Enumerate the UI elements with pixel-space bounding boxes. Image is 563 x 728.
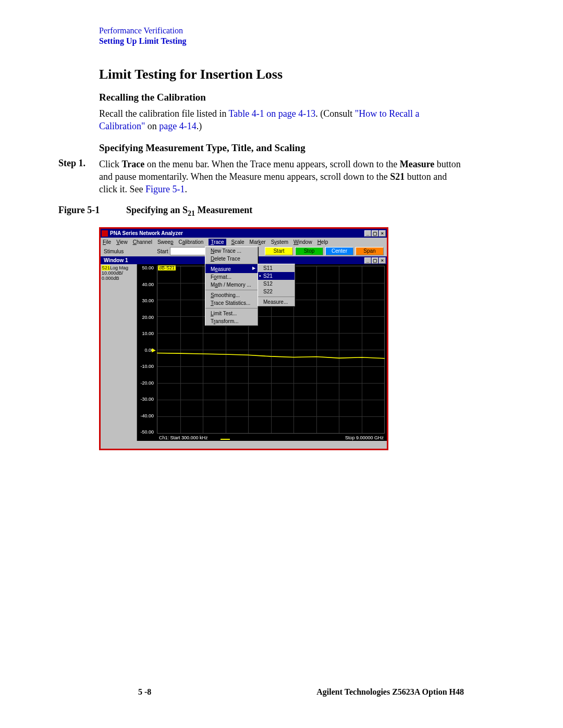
header-section: Setting Up Limit Testing bbox=[99, 36, 464, 46]
menu-item-measure[interactable]: Measure▶ S11 S21 S12 S22 Measure... bbox=[205, 264, 258, 273]
step-label: Step 1. bbox=[58, 158, 99, 196]
start-freq-label: Ch1: Start 300.000 kHz bbox=[159, 435, 208, 440]
menu-item-format[interactable]: Format... bbox=[205, 273, 258, 281]
step-text: Click Trace on the menu bar. When the Tr… bbox=[99, 158, 464, 196]
figure-number: Figure 5-1 bbox=[58, 205, 126, 218]
header-chapter: Performance Verification bbox=[99, 26, 464, 35]
maximize-icon[interactable]: ▢ bbox=[372, 230, 378, 237]
application-window: PNA Series Network Analyzer _ ▢ × File V… bbox=[99, 227, 388, 450]
paragraph-recalling: Recall the calibration file listed in Ta… bbox=[99, 107, 464, 133]
ref-marker-icon: ▶ bbox=[152, 347, 156, 353]
text-span: . bbox=[185, 184, 187, 194]
page-number: 5 -8 bbox=[138, 687, 151, 697]
menu-item-smoothing[interactable]: Smoothing... bbox=[205, 290, 258, 299]
menu-item-limit-test[interactable]: Limit Test... bbox=[205, 308, 258, 317]
inner-maximize-icon[interactable]: ▢ bbox=[372, 257, 378, 264]
submenu-s21[interactable]: S21 bbox=[258, 272, 295, 280]
subheading-recalling: Recalling the Calibration bbox=[99, 92, 464, 103]
chart-footer: Ch1: Start 300.000 kHz Stop 9.00000 GHz bbox=[159, 435, 384, 440]
menubar: File View Channel Sweep Calibration Trac… bbox=[101, 238, 387, 246]
trace-format: Log Mag bbox=[110, 265, 128, 270]
text-span: Specifying an S bbox=[126, 205, 188, 215]
menu-calibration[interactable]: Calibration bbox=[178, 239, 203, 245]
submenu-s22[interactable]: S22 bbox=[258, 288, 295, 295]
menu-channel[interactable]: Channel bbox=[133, 239, 152, 245]
plot-area: S21Log Mag 10.000dB/ 0.000dB dB-S21 50.0… bbox=[101, 264, 387, 441]
trace-param: S21 bbox=[102, 265, 110, 270]
menu-item-new-trace[interactable]: New Trace ... bbox=[205, 247, 258, 255]
trace-info-sidebar: S21Log Mag 10.000dB/ 0.000dB bbox=[101, 264, 137, 441]
submenu-measure-more[interactable]: Measure... bbox=[258, 297, 295, 306]
step-1: Step 1. Click Trace on the menu bar. Whe… bbox=[99, 158, 464, 196]
submenu-s12[interactable]: S12 bbox=[258, 280, 295, 288]
stop-freq-label: Stop 9.00000 GHz bbox=[345, 435, 384, 440]
center-button[interactable]: Center bbox=[325, 247, 353, 255]
menu-sweep[interactable]: Sweep bbox=[157, 239, 174, 245]
stop-button[interactable]: Stop bbox=[295, 247, 323, 255]
subscript: 21 bbox=[188, 209, 195, 217]
span-button[interactable]: Span bbox=[356, 247, 384, 255]
inner-window-title: Window 1 bbox=[104, 257, 128, 263]
menu-help[interactable]: Help bbox=[317, 239, 328, 245]
link-figure-5-1[interactable]: Figure 5-1 bbox=[145, 184, 185, 194]
menu-trace[interactable]: Trace bbox=[209, 239, 226, 245]
text-span: .) bbox=[197, 121, 202, 131]
manual-title: Agilent Technologies Z5623A Option H48 bbox=[316, 687, 464, 697]
toolbar-start-label: Start bbox=[157, 249, 168, 254]
trace-scale: 10.000dB/ bbox=[102, 270, 136, 276]
text-span: on the menu bar. When the Trace menu app… bbox=[144, 159, 400, 169]
chart: dB-S21 50.0040.0030.0020.0010.000.00-10.… bbox=[137, 264, 387, 441]
figure-caption: Figure 5-1 Specifying an S21 Measurement bbox=[58, 205, 464, 218]
figure-title: Specifying an S21 Measurement bbox=[126, 205, 252, 218]
link-page-4-14[interactable]: page 4-14 bbox=[159, 121, 196, 131]
text-span: Click bbox=[99, 159, 122, 169]
subheading-specifying: Specifying Measurement Type, Title, and … bbox=[99, 142, 464, 154]
trace-ref: 0.000dB bbox=[102, 276, 136, 281]
menu-view[interactable]: View bbox=[116, 239, 128, 245]
menu-item-math-memory[interactable]: Math / Memory ... bbox=[205, 281, 258, 289]
link-table-4-1[interactable]: Table 4-1 on page 4-13 bbox=[229, 108, 316, 119]
text-span: Recall the calibration file listed in bbox=[99, 108, 229, 119]
bold-measure: Measure bbox=[400, 159, 435, 169]
menu-file[interactable]: File bbox=[103, 239, 111, 245]
text-span: . (Consult bbox=[315, 108, 355, 119]
close-icon[interactable]: × bbox=[379, 230, 386, 237]
app-icon bbox=[102, 230, 108, 237]
menu-window[interactable]: Window bbox=[293, 239, 312, 245]
inner-close-icon[interactable]: × bbox=[379, 257, 386, 264]
text-span: Measurement bbox=[195, 205, 252, 215]
menu-system[interactable]: System bbox=[271, 239, 288, 245]
menu-marker[interactable]: Marker bbox=[250, 239, 266, 245]
stimulus-label: Stimulus bbox=[104, 249, 124, 254]
menu-item-trace-stats[interactable]: Trace Statistics... bbox=[205, 299, 258, 307]
bold-s21: S21 bbox=[390, 171, 405, 182]
inner-minimize-icon[interactable]: _ bbox=[364, 257, 371, 264]
app-title: PNA Series Network Analyzer bbox=[110, 230, 183, 236]
text-span: on bbox=[145, 121, 159, 131]
start-button[interactable]: Start bbox=[265, 247, 293, 255]
menu-scale[interactable]: Scale bbox=[231, 239, 244, 245]
titlebar: PNA Series Network Analyzer _ ▢ × bbox=[101, 229, 387, 238]
measure-submenu: S11 S21 S12 S22 Measure... bbox=[258, 264, 295, 306]
submenu-s11[interactable]: S11 bbox=[258, 264, 295, 272]
menu-item-transform[interactable]: Transform... bbox=[205, 317, 258, 325]
minimize-icon[interactable]: _ bbox=[364, 230, 371, 237]
page-title: Limit Testing for Insertion Loss bbox=[99, 67, 464, 82]
trace-menu-popup: New Trace ... Delete Trace Measure▶ S11 … bbox=[205, 246, 258, 326]
menu-item-delete-trace[interactable]: Delete Trace bbox=[205, 255, 258, 263]
page-footer: 5 -8 Agilent Technologies Z5623A Option … bbox=[138, 687, 464, 697]
bold-trace: Trace bbox=[122, 159, 145, 169]
